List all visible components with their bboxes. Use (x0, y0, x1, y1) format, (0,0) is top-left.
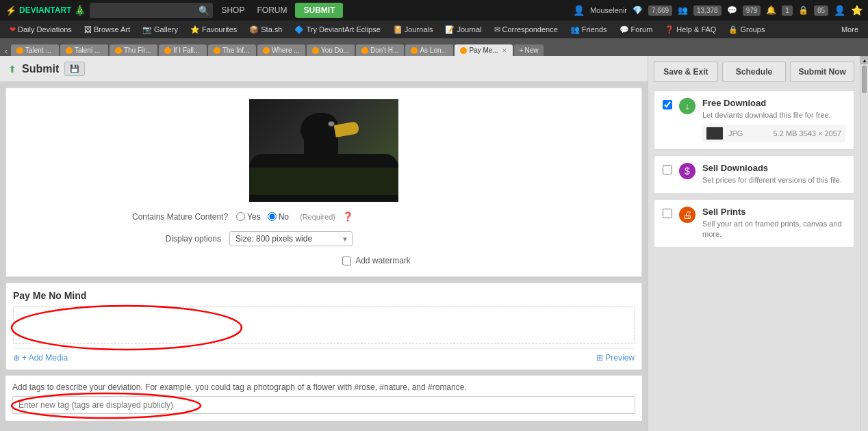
tab-as-lon[interactable]: As Lon... (405, 44, 453, 56)
watchers-icon: 👥 (678, 5, 688, 15)
watermark-checkbox[interactable] (342, 257, 351, 265)
free-download-content: Free Download Let deviants download this… (702, 98, 845, 142)
mature-content-row: Contains Mature Content? Yes No (Require… (132, 211, 515, 222)
save-local-button[interactable]: 💾 (64, 62, 85, 76)
free-download-title: Free Download (702, 98, 845, 108)
search-input[interactable] (90, 3, 213, 18)
messages-icon: 💬 (727, 5, 737, 15)
tab-favicon (263, 47, 270, 54)
heart-icon: ❤ (10, 25, 16, 34)
notif-count: 1 (782, 5, 793, 16)
nav-correspondence[interactable]: ✉ Correspondence (489, 21, 563, 38)
sell-prints-title: Sell Prints (702, 207, 845, 217)
sell-prints-checkbox[interactable] (663, 209, 672, 218)
add-media-button[interactable]: ⊕ + Add Media (13, 353, 68, 363)
mature-yes-option[interactable]: Yes (236, 212, 261, 222)
preview-icon: ⊞ (596, 353, 603, 363)
content-area: ⬆ Submit 💾 Contains Mature (0, 56, 648, 431)
free-download-description: Let deviants download this file for free… (702, 110, 845, 120)
tab-taleni[interactable]: Taleni ... (60, 44, 108, 56)
tags-section: Add tags to describe your deviation. For… (5, 376, 642, 421)
nav-journal[interactable]: 📝 Journal (439, 21, 487, 38)
required-badge: (Required) (300, 213, 335, 221)
nav-friends[interactable]: 👥 Friends (565, 21, 613, 38)
tab-favicon (460, 47, 467, 54)
forum-link[interactable]: FORUM (253, 5, 291, 15)
star-icon[interactable]: ⭐ (851, 5, 863, 16)
tab-favicon (16, 47, 23, 54)
alert-icon: 🔒 (798, 5, 808, 15)
tab-the-inf[interactable]: The Inf... (208, 44, 256, 56)
tab-where[interactable]: Where ... (257, 44, 305, 56)
tab-scroll-left[interactable]: ‹ (3, 47, 10, 56)
nav-stash[interactable]: 📦 Sta.sh (244, 21, 288, 38)
action-buttons: Save & Exit Schedule Submit Now (654, 62, 854, 82)
tab-pay-me[interactable]: Pay Me... ✕ (455, 44, 512, 56)
more-button[interactable]: More (836, 25, 864, 34)
sell-downloads-card: $ Sell Downloads Set prices for differen… (654, 155, 854, 193)
nav-journals[interactable]: 📔 Journals (387, 21, 439, 38)
messages-count: 979 (743, 5, 761, 16)
user-controls: 👤 Mouselenir 💎 7,669 👥 13,378 💬 979 🔔 1 … (573, 5, 863, 16)
submit-button-top[interactable]: SUBMIT (295, 3, 343, 18)
nav-browse-art[interactable]: 🖼 Browse Art (79, 21, 136, 38)
journals-icon: 📔 (393, 25, 403, 34)
nav-gallery[interactable]: 📷 Gallery (137, 21, 183, 38)
right-sidebar: Save & Exit Schedule Submit Now ↓ Free D… (648, 56, 860, 431)
tab-talent[interactable]: Talent ... (11, 44, 59, 56)
tab-you-do[interactable]: You Do... (307, 44, 355, 56)
schedule-button[interactable]: Schedule (722, 62, 787, 82)
help-circle-icon[interactable]: ❓ (342, 211, 353, 222)
sell-downloads-checkbox[interactable] (663, 165, 672, 174)
tab-close-icon[interactable]: ✕ (502, 47, 507, 54)
tab-if-i-fall[interactable]: If I Fall... (159, 44, 207, 56)
sell-prints-icon: 🖨 (679, 207, 695, 223)
plus-circle-icon: ⊕ (13, 353, 20, 363)
logo[interactable]: ⚡ DEVIANTART 🎄 (5, 5, 86, 16)
mature-yes-radio[interactable] (236, 212, 245, 221)
shop-link[interactable]: SHOP (217, 5, 248, 15)
free-download-card: ↓ Free Download Let deviants download th… (654, 90, 854, 150)
search-wrapper: 🔍 (90, 3, 213, 18)
watermark-row: Add watermark (237, 256, 411, 265)
tab-favicon (164, 47, 171, 54)
mature-no-radio[interactable] (268, 212, 277, 221)
main-content-wrapper: ⬆ Submit 💾 Contains Mature (0, 56, 868, 431)
forum-icon: 💬 (620, 25, 629, 34)
sell-prints-content: Sell Prints Sell your art on framed prin… (702, 207, 845, 240)
profile-icon[interactable]: 👤 (834, 5, 845, 16)
nav-eclipse[interactable]: 🔷 Try DeviantArt Eclipse (289, 21, 385, 38)
nav-forum[interactable]: 💬 Forum (614, 21, 659, 38)
mature-no-option[interactable]: No (268, 212, 289, 222)
tab-new[interactable]: + New (514, 44, 544, 56)
tab-favicon (115, 47, 122, 54)
tab-favicon (312, 47, 319, 54)
nav-groups[interactable]: 🔒 Groups (723, 21, 770, 38)
scroll-thumb[interactable] (862, 66, 867, 93)
scroll-up-button[interactable]: ▲ (860, 56, 868, 64)
mature-yes-label: Yes (247, 212, 261, 222)
tab-dont-h[interactable]: Don't H... (356, 44, 404, 56)
tab-thu-fir[interactable]: Thu Fir... (110, 44, 157, 56)
submit-now-button[interactable]: Submit Now (790, 62, 854, 82)
description-section: Pay Me No Mind ⊕ + Add Media ⊞ Preview (5, 283, 642, 370)
username[interactable]: Mouselenir (590, 6, 627, 14)
browse-icon: 🖼 (84, 25, 92, 34)
alert-count: 85 (814, 5, 828, 16)
nav-daily-deviations[interactable]: ❤ Daily Deviations (4, 21, 77, 38)
scrollbar[interactable]: ▲ (860, 56, 868, 431)
mature-content-options: Yes No (Required) ❓ (236, 211, 353, 222)
points-icon: 💎 (633, 5, 643, 15)
tags-input[interactable] (12, 396, 635, 414)
sell-downloads-title: Sell Downloads (702, 163, 845, 173)
nav-favourites[interactable]: ⭐ Favourites (185, 21, 242, 38)
mature-no-label: No (279, 212, 289, 222)
display-options-select[interactable]: Size: 800 pixels wideSize: 400 pixels wi… (229, 231, 353, 246)
editor-toolbar: ⊕ + Add Media ⊞ Preview (13, 348, 635, 363)
save-exit-button[interactable]: Save & Exit (654, 62, 718, 82)
fav-icon: ⭐ (190, 25, 200, 34)
free-download-checkbox[interactable] (663, 100, 672, 109)
nav-help[interactable]: ❓ Help & FAQ (659, 21, 722, 38)
description-editor[interactable] (13, 306, 635, 344)
preview-button[interactable]: ⊞ Preview (596, 353, 635, 363)
